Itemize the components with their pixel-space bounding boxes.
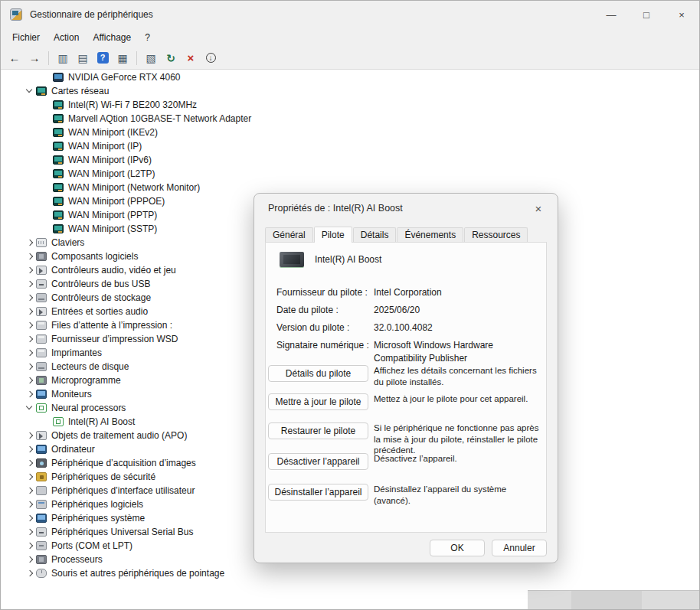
tree-item[interactable]: Intel(R) Wi-Fi 7 BE200 320MHz [1,98,699,112]
sound-video-game-controller-icon [36,266,47,275]
tab-events[interactable]: Événements [397,227,463,242]
chevron-right-icon[interactable] [24,264,36,276]
tree-item-label: WAN Miniport (PPTP) [68,210,157,220]
action-row: Mettre à jour le piloteMettez à jour le … [266,393,541,405]
tree-item-label: Périphériques logiciels [51,499,143,510]
forward-icon: → [29,51,41,64]
update-driver-icon: ▧ [146,52,155,64]
chevron-right-icon[interactable] [24,236,36,249]
tree-item-label: Moniteurs [51,389,92,400]
tree-item-label: Contrôleurs de bus USB [51,279,150,289]
dialog-close-button[interactable]: × [530,200,547,217]
chevron-right-icon[interactable] [24,360,36,373]
disable-device-button[interactable]: Désactiver l’appareil [268,453,368,470]
tab-general[interactable]: Général [265,227,313,242]
chevron-right-icon[interactable] [24,471,36,483]
properties-button[interactable]: ▦ [113,49,132,67]
imaging-device-icon [36,458,47,468]
chevron-right-icon[interactable] [24,498,36,511]
minimize-button[interactable]: — [594,1,629,28]
driver-details-button[interactable]: Détails du pilote [268,365,368,382]
chevron-right-icon[interactable] [24,457,36,469]
tree-item-label: Claviers [51,237,84,248]
chevron-right-icon[interactable] [24,553,36,566]
export-list-button[interactable]: ▤ [74,49,92,67]
uninstall-device-icon: × [188,51,195,64]
menu-bar: FichierActionAffichage? [1,28,699,47]
chevron-right-icon[interactable] [24,484,36,497]
tree-item-label: WAN Miniport (PPPOE) [68,196,165,207]
network-adapter-icon [53,142,64,151]
tree-item[interactable]: Marvell AQtion 10GBASE-T Network Adapter [1,112,699,126]
chevron-right-icon[interactable] [24,319,36,331]
tree-item-label: Lecteurs de disque [51,361,129,372]
leaf-spacer [41,416,53,428]
cancel-button[interactable]: Annuler [492,540,547,556]
update-driver-button[interactable]: Mettre à jour le pilote [268,393,368,410]
leaf-spacer [41,99,53,111]
dialog-title: Propriétés de : Intel(R) AI Boost [268,203,403,214]
update-driver-button[interactable]: ▧ [142,49,160,67]
ok-button[interactable]: OK [430,540,485,556]
tree-item[interactable]: WAN Miniport (IP) [1,139,699,153]
chevron-right-icon[interactable] [24,292,36,304]
tree-item[interactable]: WAN Miniport (IKEv2) [1,126,699,139]
chevron-right-icon[interactable] [24,526,36,538]
scan-hardware-changes-button[interactable]: ↻ [162,49,180,67]
maximize-icon: □ [643,9,649,21]
tab-resources[interactable]: Ressources [464,227,528,242]
tree-item-label: Composants logiciels [51,251,138,262]
menu-item-fichier[interactable]: Fichier [5,30,47,45]
uninstall-device-button[interactable]: Désinstaller l’appareil [268,484,368,501]
rollback-driver-button[interactable]: Restaurer le pilote [268,422,368,439]
chevron-right-icon[interactable] [24,567,36,579]
firmware-icon [36,376,47,385]
chevron-right-icon[interactable] [24,512,36,524]
chevron-down-icon[interactable] [24,402,36,414]
tree-item[interactable]: Souris et autres périphériques de pointa… [1,566,699,580]
action-row: Détails du piloteAffichez les détails co… [266,365,541,387]
disable-device-icon: ↓ [206,53,216,63]
dialog-tabs: GénéralPiloteDétailsÉvénementsRessources [265,226,528,242]
close-button[interactable]: × [664,1,699,28]
chevron-right-icon[interactable] [24,429,36,442]
tree-item[interactable]: NVIDIA GeForce RTX 4060 [1,70,699,84]
leaf-spacer [41,113,53,125]
usb-controller-icon [36,279,47,289]
disable-device-button[interactable]: ↓ [201,49,220,67]
chevron-right-icon[interactable] [24,250,36,263]
tab-driver[interactable]: Pilote [314,227,352,243]
chevron-right-icon[interactable] [24,333,36,345]
back-button[interactable]: ← [5,49,24,67]
show-console-tree-button[interactable]: ▥ [54,49,72,67]
tab-details[interactable]: Détails [353,227,397,242]
forward-button[interactable]: → [25,49,44,67]
chevron-right-icon[interactable] [24,388,36,400]
leaf-spacer [41,223,53,235]
chevron-right-icon[interactable] [24,278,36,290]
titlebar: Gestionnaire de périphériques — □ × [1,1,699,28]
chevron-down-icon[interactable] [24,85,36,97]
chevron-right-icon[interactable] [24,443,36,455]
help-button[interactable]: ? [93,49,112,67]
maximize-button[interactable]: □ [629,1,664,28]
chevron-right-icon[interactable] [24,305,36,318]
menu-item-?[interactable]: ? [138,30,157,45]
chevron-right-icon[interactable] [24,347,36,359]
chevron-right-icon[interactable] [24,374,36,387]
uninstall-device-button[interactable]: × [182,49,200,67]
properties-dialog: Propriétés de : Intel(R) AI Boost × Géné… [254,193,558,563]
menu-item-action[interactable]: Action [47,30,86,45]
neural-processor-icon [36,403,47,413]
tree-item[interactable]: Cartes réseau [1,84,699,98]
tree-item[interactable]: WAN Miniport (IPv6) [1,153,699,167]
tree-item[interactable]: WAN Miniport (L2TP) [1,167,699,181]
chevron-right-icon[interactable] [24,540,36,552]
leaf-spacer [41,154,53,166]
menu-item-affichage[interactable]: Affichage [86,30,138,45]
processor-icon [36,555,47,564]
printer-icon [36,348,47,357]
leaf-spacer [41,209,53,221]
storage-controller-icon [36,293,47,302]
tree-item-label: Intel(R) AI Boost [68,416,135,427]
